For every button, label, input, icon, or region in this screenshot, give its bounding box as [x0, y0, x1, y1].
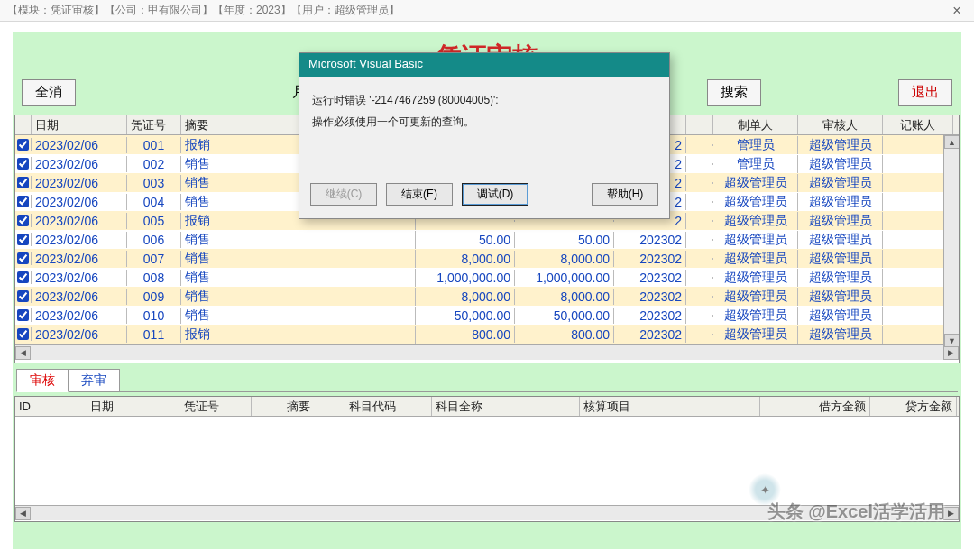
scroll-up-icon[interactable]: ▲	[944, 135, 960, 149]
table-row[interactable]: 2023/02/06006销售50.0050.00202302超级管理员超级管理…	[15, 230, 959, 249]
col-date[interactable]: 日期	[32, 115, 127, 134]
row-checkbox[interactable]	[15, 176, 32, 189]
cell-debit: 50.00	[416, 232, 515, 248]
cell-date: 2023/02/06	[32, 270, 127, 286]
error-line-2: 操作必须使用一个可更新的查询。	[312, 111, 657, 133]
help-button[interactable]: 帮助(H)	[592, 183, 658, 206]
cell-maker: 超级管理员	[713, 344, 798, 345]
table-row[interactable]: 2023/02/06010销售50,000.0050,000.00202302超…	[15, 306, 959, 325]
debug-button[interactable]: 调试(D)	[462, 183, 528, 206]
cell-credit: 50,000.00	[515, 308, 614, 324]
col-booker[interactable]: 记账人	[883, 115, 953, 134]
col-auditor[interactable]: 审核人	[798, 115, 883, 134]
row-checkbox[interactable]	[15, 327, 32, 341]
cell-maker: 超级管理员	[713, 288, 798, 306]
cell-auditor: 超级管理员	[798, 231, 883, 249]
cell-auditor: 超级管理员	[798, 344, 883, 345]
end-button[interactable]: 结束(E)	[386, 183, 453, 206]
row-checkbox[interactable]	[15, 233, 32, 246]
cell-date: 2023/02/06	[32, 213, 127, 229]
col2-desc[interactable]: 摘要	[252, 397, 345, 416]
row-checkbox[interactable]	[15, 308, 32, 322]
cell-auditor: 超级管理员	[798, 155, 883, 173]
row-checkbox[interactable]	[15, 271, 32, 284]
tab-audit[interactable]: 审核	[16, 369, 69, 392]
detail-grid-body[interactable]	[15, 417, 959, 505]
cell-desc: 报销	[181, 326, 416, 344]
watermark-text: 头条 @Excel活学活用	[767, 500, 945, 524]
cell-debit: 50,000.00	[416, 308, 515, 324]
search-button[interactable]: 搜索	[707, 79, 761, 106]
cell-maker: 超级管理员	[713, 231, 798, 249]
cell-auditor: 超级管理员	[798, 136, 883, 154]
cell-desc: 销售	[181, 269, 416, 287]
cell-desc: 销售	[181, 250, 416, 268]
row-checkbox[interactable]	[15, 157, 32, 170]
scroll-left-icon[interactable]: ◀	[15, 507, 31, 520]
cell-credit	[515, 220, 614, 222]
row-checkbox[interactable]	[15, 138, 32, 151]
cell-debit	[416, 220, 515, 222]
cell-period: 202302	[614, 308, 686, 324]
cell-vno: 005	[127, 213, 181, 229]
scroll-right-icon[interactable]: ▶	[943, 507, 959, 520]
close-icon[interactable]: ×	[947, 3, 967, 19]
col2-project[interactable]: 核算项目	[580, 397, 760, 416]
table-row[interactable]: 2023/02/06011报销800.00800.00202302超级管理员超级…	[15, 325, 959, 344]
cell-period: 202302	[614, 251, 686, 267]
select-none-button[interactable]: 全消	[22, 79, 76, 106]
cell-auditor: 超级管理员	[798, 307, 883, 325]
dialog-title[interactable]: Microsoft Visual Basic	[299, 53, 669, 77]
scroll-down-icon[interactable]: ▼	[944, 334, 960, 347]
cell-credit: 50.00	[515, 232, 614, 248]
col2-vno[interactable]: 凭证号	[152, 397, 252, 416]
detail-grid-header: ID 日期 凭证号 摘要 科目代码 科目全称 核算项目 借方金额 贷方金额	[15, 397, 959, 417]
cell-maker: 超级管理员	[713, 269, 798, 287]
cell-maker: 超级管理员	[713, 212, 798, 230]
vertical-scrollbar[interactable]: ▲ ▼	[943, 135, 959, 347]
row-checkbox[interactable]	[15, 289, 32, 303]
scroll-left-icon[interactable]: ◀	[15, 346, 31, 360]
col2-acccode[interactable]: 科目代码	[345, 397, 432, 416]
col-vno[interactable]: 凭证号	[127, 115, 181, 134]
cell-credit: 8,000.00	[515, 251, 614, 267]
col2-id[interactable]: ID	[15, 397, 51, 416]
cell-vno: 008	[127, 270, 181, 286]
table-row[interactable]: 2023/02/06009销售8,000.008,000.00202302超级管…	[15, 287, 959, 306]
cell-vno: 010	[127, 308, 181, 324]
horizontal-scrollbar[interactable]: ◀ ▶	[15, 344, 959, 360]
col2-debit[interactable]: 借方金额	[760, 397, 870, 416]
col2-credit[interactable]: 贷方金额	[870, 397, 957, 416]
cell-debit: 8,000.00	[416, 289, 515, 305]
row-checkbox[interactable]	[15, 195, 32, 208]
row-checkbox[interactable]	[15, 252, 32, 265]
cell-period: 202302	[614, 326, 686, 343]
cell-vno: 003	[127, 175, 181, 191]
cell-date: 2023/02/06	[32, 289, 127, 305]
cell-vno: 011	[127, 326, 181, 343]
col2-date[interactable]: 日期	[51, 397, 152, 416]
cell-credit: 1,000,000.00	[515, 270, 614, 286]
table-row[interactable]: 2023/02/06008销售1,000,000.001,000,000.002…	[15, 268, 959, 287]
error-line-1: 运行时错误 '-2147467259 (80004005)':	[312, 89, 657, 111]
row-checkbox[interactable]	[15, 214, 32, 227]
scroll-right-icon[interactable]: ▶	[943, 346, 959, 360]
cell-vno: 001	[127, 137, 181, 153]
cell-debit: 8,000.00	[416, 251, 515, 267]
cell-desc: 报销	[181, 344, 416, 345]
window-title: 【模块：凭证审核】【公司：甲有限公司】【年度：2023】【用户：超级管理员】	[7, 3, 400, 18]
cell-maker: 超级管理员	[713, 250, 798, 268]
cell-date: 2023/02/06	[32, 308, 127, 324]
col-maker[interactable]: 制单人	[713, 115, 798, 134]
cell-maker: 超级管理员	[713, 307, 798, 325]
cell-vno: 006	[127, 232, 181, 248]
table-row[interactable]: 2023/02/06007销售8,000.008,000.00202302超级管…	[15, 249, 959, 268]
window-titlebar: 【模块：凭证审核】【公司：甲有限公司】【年度：2023】【用户：超级管理员】 ×	[0, 0, 974, 22]
tab-abandon[interactable]: 弃审	[69, 369, 120, 392]
cell-vno: 002	[127, 156, 181, 172]
col2-accname[interactable]: 科目全称	[432, 397, 580, 416]
cell-date: 2023/02/06	[32, 175, 127, 191]
cell-date: 2023/02/06	[32, 232, 127, 248]
cell-auditor: 超级管理员	[798, 326, 883, 344]
exit-button[interactable]: 退出	[898, 79, 952, 106]
